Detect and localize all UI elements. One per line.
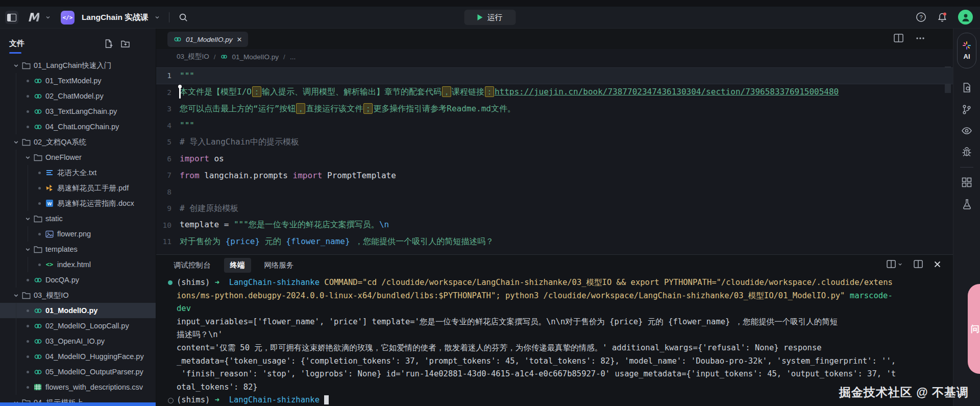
terminal[interactable]: (shims) ➜ LangChain-shizhanke COMMAND="c… xyxy=(156,275,953,406)
tree-item[interactable]: OneFlower xyxy=(0,150,156,165)
notifications-bell-icon[interactable] xyxy=(937,12,948,23)
window-top-strip xyxy=(0,0,980,7)
debug-button[interactable] xyxy=(962,147,972,157)
split-terminal-button[interactable] xyxy=(887,260,902,268)
tree-item-label: 01_LangChain快速入门 xyxy=(34,61,111,70)
run-button-label: 运行 xyxy=(487,13,503,22)
run-button[interactable]: 运行 xyxy=(464,10,516,25)
chevron-down-icon xyxy=(25,216,31,222)
split-editor-icon[interactable] xyxy=(894,34,903,42)
chevron-down-icon[interactable] xyxy=(155,15,160,20)
explorer-bottom-accent-bar xyxy=(0,402,156,406)
python-langchain-file-icon xyxy=(34,107,42,116)
close-tab-icon[interactable]: ✕ xyxy=(237,36,242,43)
editor-tab[interactable]: 01_ModelIO.py ✕ xyxy=(167,32,248,47)
code-line[interactable]: 1""" xyxy=(156,67,953,84)
code-line[interactable]: 10template = """您是一位专业的鲜花店文案撰写员。\n xyxy=(156,217,953,234)
code-line[interactable]: 8 xyxy=(156,184,953,201)
new-file-icon[interactable] xyxy=(104,39,113,49)
tree-item[interactable]: 03_OpenAI_IO.py xyxy=(0,333,156,349)
breadcrumb-file[interactable]: 01_ModelIO.py xyxy=(232,53,279,61)
code-editor[interactable]: 1"""2本文件是【模型I/O：输入提示、调用模型、解析输出】章节的配套代码，课… xyxy=(156,64,953,254)
tree-item[interactable]: 02_ModelIO_LoopCall.py xyxy=(0,318,156,333)
code-line[interactable]: 6import os xyxy=(156,151,953,168)
folder-icon xyxy=(34,154,42,161)
file-search-button[interactable] xyxy=(962,82,972,93)
more-ellipsis-icon[interactable] xyxy=(916,37,925,40)
tab-terminal[interactable]: 终端 xyxy=(224,258,251,273)
file-dot-indicator xyxy=(27,309,29,312)
tree-item[interactable]: 03_模型IO xyxy=(0,288,156,303)
line-number: 6 xyxy=(156,155,172,163)
tree-item[interactable]: 04_ChatLongChain.py xyxy=(0,119,156,134)
tree-item[interactable]: 易速鲜花员工手册.pdf xyxy=(0,180,156,196)
tree-item[interactable]: 04_ModelIO_HuggingFace.py xyxy=(0,349,156,364)
code-line-content: """ xyxy=(172,71,194,81)
tree-item[interactable]: 花语大全.txt xyxy=(0,165,156,180)
tree-item[interactable]: 03_TextLangChain.py xyxy=(0,104,156,119)
tree-item[interactable]: 05_ModelIO_OutputParser.py xyxy=(0,364,156,379)
code-line[interactable]: 4""" xyxy=(156,117,953,134)
code-line[interactable]: 7from langchain.prompts import PromptTem… xyxy=(156,167,953,184)
person-icon xyxy=(961,12,971,22)
terminal-line: input_variables=['flower_name', 'price']… xyxy=(177,316,953,329)
tree-item[interactable]: static xyxy=(0,211,156,226)
indent-guide xyxy=(16,303,16,318)
source-control-button[interactable] xyxy=(962,104,972,115)
code-line[interactable]: 3您可以点击最上方的“运行”按钮，直接运行该文件；更多操作指引请参考Readme… xyxy=(156,101,953,117)
code-line[interactable]: 9# 创建原始模板 xyxy=(156,200,953,217)
tab-debug-console[interactable]: 调试控制台 xyxy=(174,260,211,270)
tree-item[interactable]: DocQA.py xyxy=(0,272,156,288)
extensions-button[interactable] xyxy=(962,177,972,187)
new-folder-icon[interactable] xyxy=(120,39,131,49)
tree-item[interactable]: 01_LangChain快速入门 xyxy=(0,58,156,73)
tab-network-service[interactable]: 网络服务 xyxy=(264,260,294,270)
project-name[interactable]: LangChain 实战课 xyxy=(82,12,149,23)
marscode-logo[interactable]: M xyxy=(28,11,39,24)
breadcrumb-separator: / xyxy=(214,53,216,61)
help-icon[interactable]: ? xyxy=(916,12,926,22)
line-number: 2 xyxy=(156,88,172,97)
topbar-divider xyxy=(169,12,169,22)
indent-guide xyxy=(16,196,16,211)
indent-guide xyxy=(28,226,28,242)
breadcrumb-separator: / xyxy=(283,53,285,61)
python-langchain-file-icon xyxy=(34,337,42,346)
explorer-active-underline xyxy=(9,52,21,54)
code-line[interactable]: 11对于售价为 {price} 元的 {flower_name} ，您能提供一个… xyxy=(156,233,953,250)
code-line-content: from langchain.prompts import PromptTemp… xyxy=(172,171,396,180)
ai-assistant-button[interactable]: AI xyxy=(957,33,976,68)
code-line[interactable]: 5# 导入LangChain中的提示模板 xyxy=(156,134,953,151)
indent-guide xyxy=(16,242,16,257)
tree-item[interactable]: <>index.html xyxy=(0,257,156,272)
tree-item[interactable]: 02_ChatModel.py xyxy=(0,88,156,104)
project-badge-icon[interactable]: </> xyxy=(61,11,75,25)
experiments-button[interactable] xyxy=(962,199,972,209)
tree-item[interactable]: flowers_with_descriptions.csv xyxy=(0,379,156,395)
tree-item[interactable]: 01_ModelIO.py xyxy=(0,303,156,318)
tree-item[interactable]: flower.png xyxy=(0,226,156,242)
chevron-down-icon[interactable] xyxy=(45,15,51,20)
search-icon[interactable] xyxy=(179,13,188,22)
breadcrumb-more[interactable]: ... xyxy=(290,53,296,61)
panel-layout-icon[interactable] xyxy=(914,260,923,268)
close-panel-icon[interactable] xyxy=(934,261,941,268)
ai-assistant-floating-button[interactable]: 问AI xyxy=(968,284,980,374)
code-line[interactable]: 2本文件是【模型I/O：输入提示、调用模型、解析输出】章节的配套代码，课程链接：… xyxy=(156,84,953,101)
code-line-content: # 创建原始模板 xyxy=(172,203,238,214)
tree-item[interactable]: 02_文档QA系统 xyxy=(0,134,156,150)
tree-item-label: 03_模型IO xyxy=(34,291,69,300)
breadcrumb-folder[interactable]: 03_模型IO xyxy=(177,52,209,61)
user-avatar[interactable] xyxy=(958,10,973,25)
tree-item[interactable]: W易速鲜花运营指南.docx xyxy=(0,196,156,211)
editor-tab-label: 01_ModelIO.py xyxy=(186,36,233,43)
line-number: 5 xyxy=(156,138,172,146)
indent-guide xyxy=(16,272,16,288)
preview-button[interactable] xyxy=(961,126,972,135)
layout-sidebar-toggle-button[interactable] xyxy=(5,11,18,24)
tree-item[interactable]: templates xyxy=(0,242,156,257)
topbar: M </> LangChain 实战课 运行 ? xyxy=(0,7,980,29)
file-dot-indicator xyxy=(27,126,29,128)
code-line-content: 您可以点击最上方的“运行”按钮，直接运行该文件；更多操作指引请参考Readme.… xyxy=(172,104,516,114)
tree-item[interactable]: 01_TextModel.py xyxy=(0,73,156,88)
